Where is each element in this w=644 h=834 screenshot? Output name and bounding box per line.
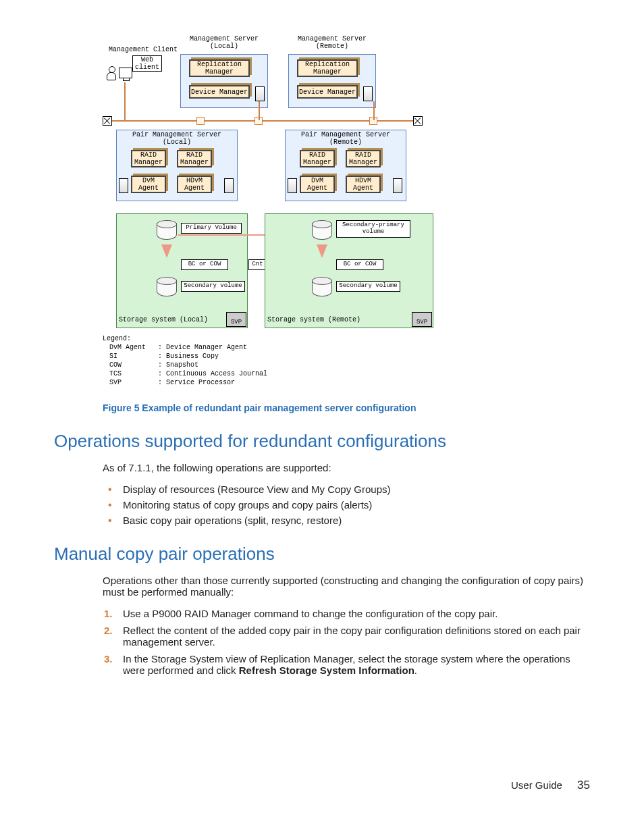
legend-value: : Device Manager Agent [153,344,273,351]
server-icon [393,178,402,193]
legend-block: Legend: DvM Agent: Device Manager Agent … [103,335,274,388]
cylinder-icon [312,220,332,240]
server-icon [119,178,128,193]
legend-key: DvM Agent [104,344,151,351]
legend-value: : Snapshot [153,361,273,369]
pair-management-remote-label: Pair Management Server (Remote) [285,131,406,146]
legend-value: : Business Copy [153,353,273,360]
primary-volume-label: Primary Volume [181,223,242,234]
legend-key: SVP [104,379,151,386]
raid-manager-local-2: RAID Manager [177,150,212,167]
bullet-item: Basic copy pair operations (split, resyn… [123,515,590,526]
management-server-remote-label: Management Server (Remote) [288,35,376,50]
cylinder-icon [157,220,177,240]
raid-manager-remote-2: RAID Manager [346,150,381,167]
management-client-label: Management Client [103,46,184,53]
legend-title: Legend: [103,335,274,342]
raid-manager-local-1: RAID Manager [131,150,166,167]
server-icon [288,178,297,193]
server-icon [255,86,265,101]
figure-caption: Figure 5 Example of redundant pair manag… [103,402,590,413]
legend-value: : Continuous Access Journal [153,370,273,377]
legend-value: : Service Processor [153,379,273,386]
replication-manager-remote: Replication Manager [297,59,358,77]
section-heading-operations: Operations supported for redundant confi… [54,431,590,452]
section2-steps: Use a P9000 RAID Manager command to chan… [103,608,590,676]
section1-intro: As of 7.1.1, the following operations ar… [103,462,590,473]
svp-box: SVP [226,312,246,327]
server-icon [363,86,373,101]
pair-management-local-label: Pair Management Server (Local) [116,131,238,146]
arrow-down-icon [161,244,172,258]
device-manager-remote: Device Manager [297,85,358,99]
secondary-volume-remote: Secondary volume [336,281,400,292]
legend-key: TCS [104,370,151,377]
bullet-item: Display of resources (Resource View and … [123,484,590,495]
network-line [124,82,126,120]
cylinder-icon [312,277,332,297]
legend-key: COW [104,361,151,369]
cylinder-icon [157,277,177,297]
step-item: Use a P9000 RAID Manager command to chan… [123,608,590,619]
hdvm-agent-remote: HDvM Agent [346,176,381,193]
network-node-icon [413,116,423,126]
hdvm-agent-local: HDvM Agent [177,176,212,193]
bc-or-cow-remote: BC or COW [336,259,383,270]
section-heading-manual: Manual copy pair operations [54,544,590,565]
page-number: 35 [577,779,590,791]
step-item: In the Storage System view of Replicatio… [123,653,590,676]
device-manager-local: Device Manager [189,85,250,99]
dvm-agent-remote: DvM Agent [300,176,335,193]
person-icon [107,66,116,80]
management-server-local-label: Management Server (Local) [180,35,268,50]
bc-or-cow-local: BC or COW [181,259,228,270]
footer-label: User Guide [511,779,562,791]
network-line [259,101,260,120]
server-icon [224,178,234,193]
network-junction [196,117,205,125]
replication-manager-local: Replication Manager [189,59,250,77]
storage-local-label: Storage system (Local) [119,316,208,323]
web-client-box: Web client [132,55,162,72]
step-item: Reflect the content of the added copy pa… [123,625,590,648]
monitor-icon [119,68,132,78]
section1-bullets: Display of resources (Resource View and … [103,484,590,526]
legend-table: DvM Agent: Device Manager Agent SI: Busi… [103,342,274,388]
page-footer: User Guide 35 [511,779,590,792]
legend-key: SI [104,353,151,360]
network-line [373,101,375,120]
storage-remote-label: Storage system (Remote) [267,316,360,323]
architecture-diagram: Management Client Management Server (Loc… [103,27,433,396]
dvm-agent-local: DvM Agent [131,176,166,193]
svp-box: SVP [412,312,432,327]
bullet-item: Monitoring status of copy groups and cop… [123,499,590,511]
secondary-volume-local: Secondary volume [181,281,245,292]
arrow-down-icon [317,244,327,258]
secondary-primary-volume-label: Secondary-primary volume [336,220,410,238]
section2-intro: Operations other than those currently su… [103,575,590,598]
raid-manager-remote-1: RAID Manager [300,150,335,167]
network-node-icon [103,116,112,126]
